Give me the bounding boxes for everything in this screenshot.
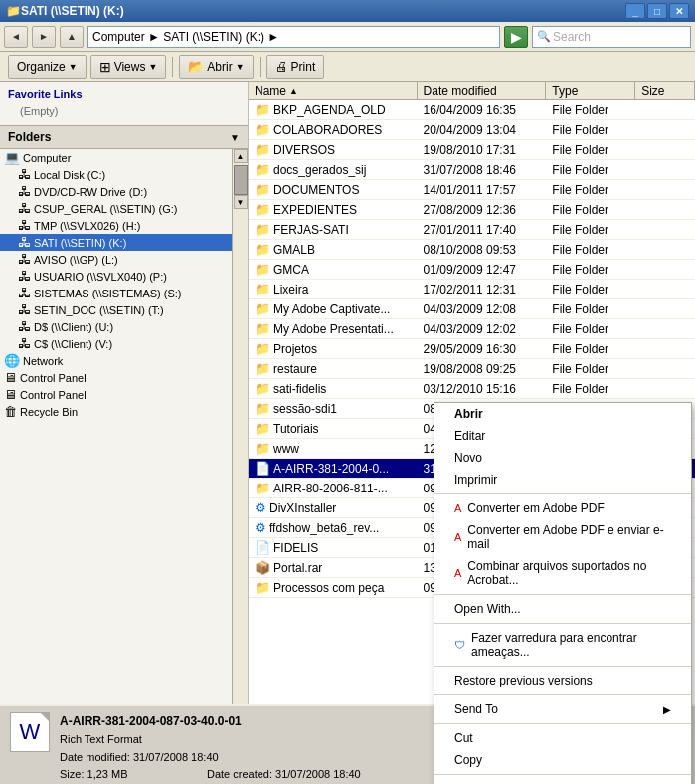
file-row[interactable]: 📁 restaure 19/08/2008 09:25 File Folder	[249, 359, 695, 379]
tree-label: SETIN_DOC (\\SETIN) (T:)	[34, 304, 164, 316]
close-button[interactable]: ✕	[669, 3, 689, 19]
column-header-size[interactable]: Size	[635, 82, 695, 99]
column-header-type[interactable]: Type	[546, 82, 635, 99]
context-menu-item-editar[interactable]: Editar	[434, 425, 691, 447]
file-row[interactable]: 📁 DIVERSOS 19/08/2010 17:31 File Folder	[249, 140, 695, 160]
tree-item-dvd-d[interactable]: 🖧 DVD/CD-RW Drive (D:)	[0, 183, 232, 200]
file-row[interactable]: 📁 My Adobe Presentati... 04/03/2009 12:0…	[249, 319, 695, 339]
folders-header[interactable]: Folders ▼	[0, 125, 248, 149]
status-file-icon: W	[10, 712, 50, 752]
views-button[interactable]: ⊞ Views ▼	[90, 55, 167, 79]
tree-item-aviso-l[interactable]: 🖧 AVISO (\\GP) (L:)	[0, 251, 232, 268]
file-name-text: FERJAS-SATI	[273, 223, 349, 237]
tree-item-sistemas-s[interactable]: 🖧 SISTEMAS (\\SISTEMAS) (S:)	[0, 285, 232, 301]
file-row[interactable]: 📁 sati-fidelis 03/12/2010 15:16 File Fol…	[249, 379, 695, 399]
context-menu-item-imprimir[interactable]: Imprimir	[434, 469, 691, 490]
sidebar-scrollbar[interactable]: ▲ ▼	[232, 149, 248, 704]
column-header-date[interactable]: Date modified	[418, 82, 547, 99]
file-cell-date: 04/03/2009 12:08	[418, 301, 547, 317]
pdf-icon: A	[454, 567, 461, 579]
context-menu-item-converter-pdf-enviar[interactable]: AConverter em Adobe PDF e enviar e-mail	[434, 519, 691, 555]
go-button[interactable]: ▶	[504, 26, 528, 48]
tree-item-c-client-v[interactable]: 🖧 C$ (\\Client) (V:)	[0, 335, 232, 352]
file-row[interactable]: 📁 DOCUMENTOS 14/01/2011 17:57 File Folde…	[249, 180, 695, 200]
print-button[interactable]: 🖨 Print	[266, 55, 325, 79]
context-menu-item-copy[interactable]: Copy	[434, 749, 691, 771]
submenu-arrow-icon: ▶	[663, 704, 671, 715]
scroll-down-button[interactable]: ▼	[234, 195, 248, 209]
file-icon: 📁	[255, 341, 270, 356]
scroll-up-button[interactable]: ▲	[234, 149, 248, 163]
context-menu-item-send-to[interactable]: Send To▶	[434, 698, 691, 720]
file-cell-type: File Folder	[546, 381, 635, 397]
tree-item-control2[interactable]: 🖥 Control Panel	[0, 386, 232, 403]
context-menu-item-novo[interactable]: Novo	[434, 447, 691, 469]
tree-item-setin-t[interactable]: 🖧 SETIN_DOC (\\SETIN) (T:)	[0, 301, 232, 318]
ctx-item-label: Send To	[454, 702, 498, 716]
file-list-header: Name ▲ Date modified Type Size	[249, 82, 695, 100]
tree-item-local-c[interactable]: 🖧 Local Disk (C:)	[0, 166, 232, 183]
file-cell-name: 📁 Tutoriais	[249, 420, 418, 437]
file-icon: 📁	[255, 262, 270, 277]
file-name-text: restaure	[273, 362, 317, 376]
address-bar: ◄ ► ▲ ▶ 🔍 Search	[0, 22, 695, 52]
file-row[interactable]: 📁 Lixeira 17/02/2011 12:31 File Folder	[249, 280, 695, 299]
context-menu-separator	[434, 723, 691, 724]
file-row[interactable]: 📁 Projetos 29/05/2009 16:30 File Folder	[249, 339, 695, 359]
address-input[interactable]	[87, 26, 500, 48]
column-header-name[interactable]: Name ▲	[249, 82, 418, 99]
context-menu-item-abrir[interactable]: Abrir	[434, 403, 691, 425]
search-box[interactable]: 🔍 Search	[532, 26, 691, 48]
context-menu-item-fazer-varredura[interactable]: 🛡Fazer varredura para encontrar ameaças.…	[434, 627, 691, 663]
scroll-thumb[interactable]	[234, 165, 248, 195]
file-row[interactable]: 📁 COLABORADORES 20/04/2009 13:04 File Fo…	[249, 120, 695, 140]
context-menu-item-converter-pdf[interactable]: AConverter em Adobe PDF	[434, 497, 691, 519]
context-menu-item-create-shortcut[interactable]: Create Shortcut	[434, 778, 691, 784]
tree-item-usuario-p[interactable]: 🖧 USUARIO (\\SVLX040) (P:)	[0, 268, 232, 285]
file-row[interactable]: 📁 My Adobe Captivate... 04/03/2009 12:08…	[249, 299, 695, 319]
file-cell-name: 📁 GMALB	[249, 241, 418, 258]
file-cell-name: 📁 sessão-sdi1	[249, 400, 418, 417]
up-button[interactable]: ▲	[60, 26, 84, 48]
tree-item-recycle[interactable]: 🗑 Recycle Bin	[0, 403, 232, 420]
file-name-text: www	[273, 442, 299, 456]
file-icon: 📁	[255, 381, 270, 396]
tree-item-control1[interactable]: 🖥 Control Panel	[0, 369, 232, 386]
tree-item-sati-k[interactable]: 🖧 SATI (\\SETIN) (K:)	[0, 234, 232, 251]
tree-item-tmp-h[interactable]: 🖧 TMP (\\SVLX026) (H:)	[0, 217, 232, 234]
context-menu-item-restore[interactable]: Restore previous versions	[434, 670, 691, 691]
context-menu-item-open-with[interactable]: Open With...	[434, 598, 691, 620]
file-cell-size	[635, 308, 695, 310]
back-button[interactable]: ◄	[4, 26, 28, 48]
tree-icon: 🖧	[18, 201, 31, 216]
file-icon: ⚙	[255, 520, 266, 535]
abrir-button[interactable]: 📂 Abrir ▼	[179, 55, 253, 79]
file-cell-date: 17/02/2011 12:31	[418, 282, 547, 297]
file-row[interactable]: 📁 FERJAS-SATI 27/01/2011 17:40 File Fold…	[249, 220, 695, 240]
context-menu-item-cut[interactable]: Cut	[434, 727, 691, 749]
file-cell-size	[635, 129, 695, 131]
file-cell-type: File Folder	[546, 202, 635, 218]
file-row[interactable]: 📁 EXPEDIENTES 27/08/2009 12:36 File Fold…	[249, 200, 695, 220]
tree-icon: 🖧	[18, 269, 31, 284]
folders-toggle-icon[interactable]: ▼	[230, 132, 240, 143]
forward-button[interactable]: ►	[32, 26, 56, 48]
tree-item-computer[interactable]: 💻 Computer	[0, 149, 232, 166]
ctx-item-label: Converter em Adobe PDF e enviar e-mail	[467, 523, 671, 551]
file-row[interactable]: 📁 BKP_AGENDA_OLD 16/04/2009 16:35 File F…	[249, 100, 695, 120]
pdf-icon: A	[454, 531, 461, 543]
status-type: Rich Text Format	[60, 731, 361, 749]
file-row[interactable]: 📁 GMALB 08/10/2008 09:53 File Folder	[249, 240, 695, 260]
tree-item-network[interactable]: 🌐 Network	[0, 352, 232, 369]
context-menu-item-combinar-acrobat[interactable]: ACombinar arquivos suportados no Acrobat…	[434, 555, 691, 591]
tree-item-d-client-u[interactable]: 🖧 D$ (\\Client) (U:)	[0, 318, 232, 335]
organize-button[interactable]: Organize ▼	[8, 55, 87, 79]
file-row[interactable]: 📁 GMCA 01/09/2009 12:47 File Folder	[249, 260, 695, 280]
pdf-icon: A	[454, 502, 461, 514]
minimize-button[interactable]: _	[625, 3, 645, 19]
maximize-button[interactable]: □	[647, 3, 667, 19]
file-row[interactable]: 📁 docs_gerados_sij 31/07/2008 18:46 File…	[249, 160, 695, 180]
file-name-text: Lixeira	[273, 283, 308, 296]
status-date-created-value: 31/07/2008 18:40	[275, 768, 361, 780]
tree-item-csup-g[interactable]: 🖧 CSUP_GERAL (\\SETIN) (G:)	[0, 200, 232, 217]
